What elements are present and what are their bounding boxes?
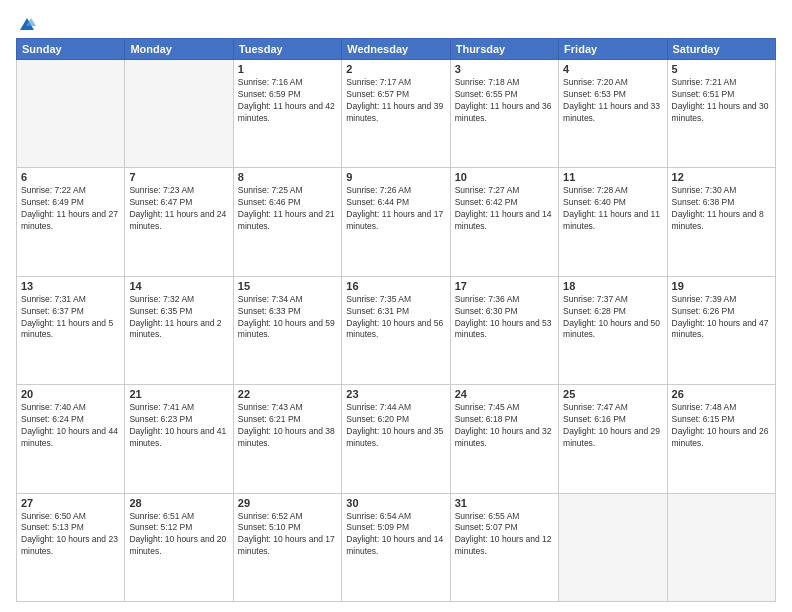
- calendar-cell: 7Sunrise: 7:23 AM Sunset: 6:47 PM Daylig…: [125, 168, 233, 276]
- day-number: 29: [238, 497, 337, 509]
- calendar-cell: 11Sunrise: 7:28 AM Sunset: 6:40 PM Dayli…: [559, 168, 667, 276]
- day-header-saturday: Saturday: [667, 39, 775, 60]
- calendar-cell: 28Sunrise: 6:51 AM Sunset: 5:12 PM Dayli…: [125, 493, 233, 601]
- day-number: 3: [455, 63, 554, 75]
- day-number: 17: [455, 280, 554, 292]
- calendar-table: SundayMondayTuesdayWednesdayThursdayFrid…: [16, 38, 776, 602]
- calendar-cell: 21Sunrise: 7:41 AM Sunset: 6:23 PM Dayli…: [125, 385, 233, 493]
- day-info: Sunrise: 7:48 AM Sunset: 6:15 PM Dayligh…: [672, 402, 771, 450]
- day-header-wednesday: Wednesday: [342, 39, 450, 60]
- day-number: 15: [238, 280, 337, 292]
- day-number: 25: [563, 388, 662, 400]
- day-number: 12: [672, 171, 771, 183]
- day-number: 23: [346, 388, 445, 400]
- calendar-cell: 31Sunrise: 6:55 AM Sunset: 5:07 PM Dayli…: [450, 493, 558, 601]
- day-number: 18: [563, 280, 662, 292]
- page: SundayMondayTuesdayWednesdayThursdayFrid…: [0, 0, 792, 612]
- calendar-cell: 17Sunrise: 7:36 AM Sunset: 6:30 PM Dayli…: [450, 276, 558, 384]
- day-number: 6: [21, 171, 120, 183]
- day-number: 10: [455, 171, 554, 183]
- day-number: 24: [455, 388, 554, 400]
- calendar-cell: 1Sunrise: 7:16 AM Sunset: 6:59 PM Daylig…: [233, 60, 341, 168]
- day-header-sunday: Sunday: [17, 39, 125, 60]
- day-info: Sunrise: 7:35 AM Sunset: 6:31 PM Dayligh…: [346, 294, 445, 342]
- calendar-cell: 16Sunrise: 7:35 AM Sunset: 6:31 PM Dayli…: [342, 276, 450, 384]
- day-number: 28: [129, 497, 228, 509]
- calendar-cell: 23Sunrise: 7:44 AM Sunset: 6:20 PM Dayli…: [342, 385, 450, 493]
- logo: [16, 12, 38, 30]
- calendar-cell: 22Sunrise: 7:43 AM Sunset: 6:21 PM Dayli…: [233, 385, 341, 493]
- day-info: Sunrise: 7:22 AM Sunset: 6:49 PM Dayligh…: [21, 185, 120, 233]
- calendar-cell: 15Sunrise: 7:34 AM Sunset: 6:33 PM Dayli…: [233, 276, 341, 384]
- day-info: Sunrise: 7:36 AM Sunset: 6:30 PM Dayligh…: [455, 294, 554, 342]
- day-number: 19: [672, 280, 771, 292]
- day-info: Sunrise: 6:50 AM Sunset: 5:13 PM Dayligh…: [21, 511, 120, 559]
- calendar-cell: 30Sunrise: 6:54 AM Sunset: 5:09 PM Dayli…: [342, 493, 450, 601]
- day-info: Sunrise: 7:30 AM Sunset: 6:38 PM Dayligh…: [672, 185, 771, 233]
- day-info: Sunrise: 7:39 AM Sunset: 6:26 PM Dayligh…: [672, 294, 771, 342]
- calendar-cell: 18Sunrise: 7:37 AM Sunset: 6:28 PM Dayli…: [559, 276, 667, 384]
- calendar-cell: 27Sunrise: 6:50 AM Sunset: 5:13 PM Dayli…: [17, 493, 125, 601]
- day-number: 16: [346, 280, 445, 292]
- day-info: Sunrise: 7:28 AM Sunset: 6:40 PM Dayligh…: [563, 185, 662, 233]
- day-info: Sunrise: 7:20 AM Sunset: 6:53 PM Dayligh…: [563, 77, 662, 125]
- day-info: Sunrise: 7:27 AM Sunset: 6:42 PM Dayligh…: [455, 185, 554, 233]
- calendar-cell: [125, 60, 233, 168]
- calendar-cell: 3Sunrise: 7:18 AM Sunset: 6:55 PM Daylig…: [450, 60, 558, 168]
- calendar-cell: [667, 493, 775, 601]
- day-info: Sunrise: 7:40 AM Sunset: 6:24 PM Dayligh…: [21, 402, 120, 450]
- calendar-cell: 5Sunrise: 7:21 AM Sunset: 6:51 PM Daylig…: [667, 60, 775, 168]
- day-number: 5: [672, 63, 771, 75]
- calendar-cell: 8Sunrise: 7:25 AM Sunset: 6:46 PM Daylig…: [233, 168, 341, 276]
- day-info: Sunrise: 7:31 AM Sunset: 6:37 PM Dayligh…: [21, 294, 120, 342]
- day-info: Sunrise: 7:37 AM Sunset: 6:28 PM Dayligh…: [563, 294, 662, 342]
- day-info: Sunrise: 7:17 AM Sunset: 6:57 PM Dayligh…: [346, 77, 445, 125]
- calendar-week-4: 20Sunrise: 7:40 AM Sunset: 6:24 PM Dayli…: [17, 385, 776, 493]
- day-number: 7: [129, 171, 228, 183]
- calendar-cell: [559, 493, 667, 601]
- calendar-cell: 19Sunrise: 7:39 AM Sunset: 6:26 PM Dayli…: [667, 276, 775, 384]
- day-number: 27: [21, 497, 120, 509]
- calendar-cell: 6Sunrise: 7:22 AM Sunset: 6:49 PM Daylig…: [17, 168, 125, 276]
- calendar-cell: 9Sunrise: 7:26 AM Sunset: 6:44 PM Daylig…: [342, 168, 450, 276]
- day-number: 4: [563, 63, 662, 75]
- day-number: 9: [346, 171, 445, 183]
- calendar-cell: 25Sunrise: 7:47 AM Sunset: 6:16 PM Dayli…: [559, 385, 667, 493]
- calendar-cell: 26Sunrise: 7:48 AM Sunset: 6:15 PM Dayli…: [667, 385, 775, 493]
- calendar-cell: 13Sunrise: 7:31 AM Sunset: 6:37 PM Dayli…: [17, 276, 125, 384]
- calendar-cell: 29Sunrise: 6:52 AM Sunset: 5:10 PM Dayli…: [233, 493, 341, 601]
- day-number: 30: [346, 497, 445, 509]
- logo-icon: [16, 12, 38, 34]
- calendar-header-row: SundayMondayTuesdayWednesdayThursdayFrid…: [17, 39, 776, 60]
- day-number: 26: [672, 388, 771, 400]
- day-info: Sunrise: 7:43 AM Sunset: 6:21 PM Dayligh…: [238, 402, 337, 450]
- day-number: 20: [21, 388, 120, 400]
- day-info: Sunrise: 6:55 AM Sunset: 5:07 PM Dayligh…: [455, 511, 554, 559]
- calendar-cell: 12Sunrise: 7:30 AM Sunset: 6:38 PM Dayli…: [667, 168, 775, 276]
- day-number: 1: [238, 63, 337, 75]
- day-number: 11: [563, 171, 662, 183]
- day-info: Sunrise: 7:32 AM Sunset: 6:35 PM Dayligh…: [129, 294, 228, 342]
- calendar-week-3: 13Sunrise: 7:31 AM Sunset: 6:37 PM Dayli…: [17, 276, 776, 384]
- calendar-cell: 10Sunrise: 7:27 AM Sunset: 6:42 PM Dayli…: [450, 168, 558, 276]
- calendar-week-5: 27Sunrise: 6:50 AM Sunset: 5:13 PM Dayli…: [17, 493, 776, 601]
- day-info: Sunrise: 7:26 AM Sunset: 6:44 PM Dayligh…: [346, 185, 445, 233]
- day-number: 8: [238, 171, 337, 183]
- calendar-cell: 20Sunrise: 7:40 AM Sunset: 6:24 PM Dayli…: [17, 385, 125, 493]
- day-info: Sunrise: 6:52 AM Sunset: 5:10 PM Dayligh…: [238, 511, 337, 559]
- header: [16, 12, 776, 30]
- calendar-cell: 14Sunrise: 7:32 AM Sunset: 6:35 PM Dayli…: [125, 276, 233, 384]
- day-number: 21: [129, 388, 228, 400]
- day-info: Sunrise: 7:34 AM Sunset: 6:33 PM Dayligh…: [238, 294, 337, 342]
- calendar-cell: 4Sunrise: 7:20 AM Sunset: 6:53 PM Daylig…: [559, 60, 667, 168]
- day-header-thursday: Thursday: [450, 39, 558, 60]
- day-info: Sunrise: 7:47 AM Sunset: 6:16 PM Dayligh…: [563, 402, 662, 450]
- day-info: Sunrise: 6:54 AM Sunset: 5:09 PM Dayligh…: [346, 511, 445, 559]
- day-info: Sunrise: 7:44 AM Sunset: 6:20 PM Dayligh…: [346, 402, 445, 450]
- calendar-cell: 2Sunrise: 7:17 AM Sunset: 6:57 PM Daylig…: [342, 60, 450, 168]
- day-number: 22: [238, 388, 337, 400]
- calendar-cell: [17, 60, 125, 168]
- day-info: Sunrise: 6:51 AM Sunset: 5:12 PM Dayligh…: [129, 511, 228, 559]
- calendar-week-1: 1Sunrise: 7:16 AM Sunset: 6:59 PM Daylig…: [17, 60, 776, 168]
- day-info: Sunrise: 7:41 AM Sunset: 6:23 PM Dayligh…: [129, 402, 228, 450]
